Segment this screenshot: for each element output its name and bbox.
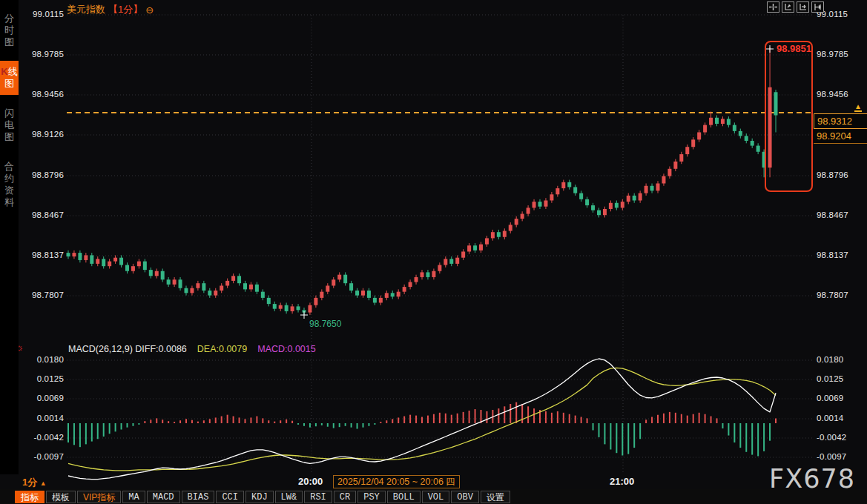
toolbar-button-模板[interactable]: 模板 [46, 491, 76, 503]
candle[interactable] [615, 203, 619, 208]
candle[interactable] [96, 259, 99, 264]
candle[interactable] [438, 265, 441, 271]
candle[interactable] [243, 283, 247, 289]
candle[interactable] [108, 262, 111, 267]
candle[interactable] [479, 245, 483, 251]
candle[interactable] [639, 193, 642, 201]
candle[interactable] [297, 306, 300, 310]
toolbar-button-RSI[interactable]: RSI [304, 491, 332, 503]
candle[interactable] [503, 231, 507, 237]
candle[interactable] [237, 276, 241, 283]
candle[interactable] [326, 285, 329, 291]
candle[interactable] [656, 183, 660, 190]
toolbar-button-LW&[interactable]: LW& [275, 491, 303, 503]
candle[interactable] [745, 136, 748, 141]
toolbar-button-BIAS[interactable]: BIAS [182, 491, 215, 503]
candle[interactable] [361, 291, 365, 296]
candle[interactable] [621, 202, 624, 208]
candle[interactable] [627, 196, 630, 202]
candle[interactable] [220, 285, 223, 291]
date-range-readout[interactable]: 2025/12/04 20:05 ~ 20:06 四 [333, 475, 460, 488]
candle[interactable] [667, 169, 671, 176]
toolbar-button-OBV[interactable]: OBV [451, 491, 479, 503]
candle[interactable] [768, 87, 772, 168]
toolbar-button-KDJ[interactable]: KDJ [245, 491, 274, 503]
candle[interactable] [349, 283, 353, 291]
candle[interactable] [332, 279, 335, 285]
sidebar-tab-分时图[interactable]: 分时图 [0, 7, 19, 53]
candle[interactable] [379, 298, 383, 303]
candle[interactable] [161, 271, 165, 279]
candle[interactable] [444, 259, 447, 265]
toolbar-button-CR[interactable]: CR [334, 491, 356, 503]
candle[interactable] [343, 275, 347, 283]
sidebar-tab-K线图[interactable]: K线图 [0, 61, 19, 95]
candle[interactable] [432, 271, 435, 277]
candle[interactable] [691, 139, 695, 147]
candle[interactable] [756, 146, 760, 152]
candle[interactable] [662, 176, 665, 184]
candle[interactable] [774, 92, 778, 115]
candle[interactable] [196, 283, 200, 288]
pan-crosshair-icon[interactable] [767, 1, 779, 13]
candle[interactable] [415, 277, 418, 282]
candle[interactable] [90, 255, 93, 263]
candle[interactable] [603, 209, 607, 215]
candle[interactable] [403, 287, 406, 292]
candle[interactable] [449, 259, 453, 264]
candle[interactable] [320, 292, 323, 298]
candle[interactable] [185, 288, 188, 294]
sidebar-tab-合约资料[interactable]: 合约资料 [0, 156, 19, 213]
toolbar-button-BOLL[interactable]: BOLL [387, 491, 421, 503]
candle[interactable] [721, 119, 725, 124]
candle[interactable] [650, 186, 654, 191]
candle[interactable] [709, 118, 713, 125]
candle[interactable] [645, 186, 648, 193]
candle[interactable] [597, 210, 601, 216]
candle[interactable] [567, 182, 571, 188]
candle[interactable] [538, 202, 542, 207]
candle[interactable] [113, 258, 117, 262]
candle[interactable] [521, 214, 524, 219]
candle[interactable] [143, 262, 147, 270]
candle[interactable] [208, 291, 211, 296]
candle[interactable] [609, 203, 613, 209]
go-latest-icon[interactable] [811, 1, 824, 13]
candle[interactable] [550, 194, 553, 200]
candle[interactable] [397, 292, 400, 297]
candle[interactable] [421, 272, 424, 277]
toolbar-button-MACD[interactable]: MACD [147, 491, 180, 503]
candle[interactable] [497, 232, 501, 237]
candle[interactable] [67, 253, 70, 256]
candle[interactable] [72, 253, 76, 256]
candle[interactable] [467, 245, 471, 251]
candle[interactable] [179, 279, 182, 288]
candle[interactable] [173, 279, 177, 285]
period-selector[interactable]: 1分 ▲ [22, 476, 47, 489]
candle[interactable] [733, 125, 736, 131]
candle[interactable] [561, 182, 565, 188]
candle[interactable] [314, 298, 317, 305]
candle[interactable] [485, 238, 489, 244]
toolbar-button-指标[interactable]: 指标 [15, 491, 44, 503]
candle[interactable] [279, 305, 283, 309]
candle[interactable] [137, 262, 141, 267]
candle[interactable] [337, 275, 341, 280]
toolbar-button-PSY[interactable]: PSY [357, 491, 386, 503]
candle[interactable] [703, 125, 707, 133]
candle[interactable] [231, 276, 235, 281]
candle[interactable] [727, 119, 731, 125]
toolbar-button-MA[interactable]: MA [122, 491, 145, 503]
candle[interactable] [373, 298, 377, 303]
candle[interactable] [515, 219, 518, 225]
candle[interactable] [102, 259, 105, 266]
candle[interactable] [249, 285, 253, 290]
candle[interactable] [473, 245, 477, 251]
candle[interactable] [751, 141, 754, 146]
zoom-out-icon[interactable]: ⊖ [145, 4, 154, 16]
toolbar-button-VIP指标[interactable]: VIP指标 [77, 491, 121, 503]
candle[interactable] [556, 188, 559, 194]
candle[interactable] [78, 253, 82, 260]
chart-canvas[interactable] [0, 0, 867, 504]
toolbar-button-CCI[interactable]: CCI [216, 491, 244, 503]
